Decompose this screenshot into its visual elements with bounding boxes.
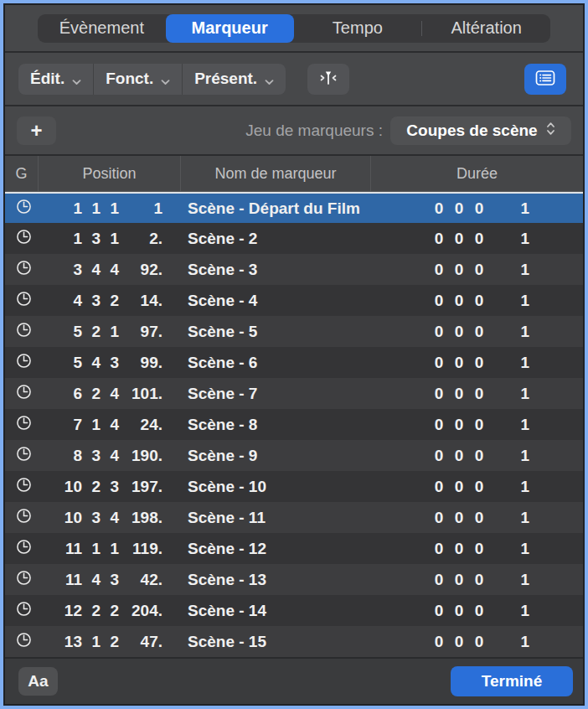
duration-bar: 0 bbox=[434, 571, 444, 589]
duration-tick: 1 bbox=[509, 447, 529, 465]
duration-cell[interactable]: 0 0 0 1 bbox=[434, 602, 583, 620]
marker-row[interactable]: 10 2 3 197. Scène - 10 0 0 0 1 bbox=[5, 471, 583, 502]
marker-name-cell[interactable]: Scène - 12 bbox=[162, 540, 434, 558]
marker-set-popup[interactable]: Coupes de scène bbox=[390, 116, 571, 145]
position-cell[interactable]: 6 2 4 101. bbox=[42, 385, 162, 403]
duration-beat: 0 bbox=[454, 447, 464, 465]
duration-cell[interactable]: 0 0 0 1 bbox=[434, 416, 583, 434]
duration-bar: 0 bbox=[434, 540, 444, 558]
marker-row[interactable]: 13 1 2 47. Scène - 15 0 0 0 1 bbox=[5, 626, 583, 657]
view-menu-button[interactable]: Présent. bbox=[183, 64, 286, 95]
position-bar: 8 bbox=[54, 447, 82, 465]
position-cell[interactable]: 7 1 4 24. bbox=[42, 416, 162, 434]
duration-division: 0 bbox=[474, 540, 484, 558]
position-cell[interactable]: 5 2 1 97. bbox=[42, 323, 162, 341]
marker-row[interactable]: 7 1 4 24. Scène - 8 0 0 0 1 bbox=[5, 409, 583, 440]
done-button[interactable]: Terminé bbox=[451, 666, 573, 696]
duration-bar: 0 bbox=[434, 354, 444, 372]
add-marker-button[interactable]: + bbox=[17, 116, 56, 145]
position-cell[interactable]: 11 4 3 42. bbox=[42, 571, 162, 589]
marker-name-cell[interactable]: Scène - Départ du Film bbox=[162, 199, 434, 218]
position-bar: 12 bbox=[54, 602, 82, 620]
position-division: 3 bbox=[101, 571, 119, 589]
marker-row[interactable]: 11 4 3 42. Scène - 13 0 0 0 1 bbox=[5, 564, 583, 595]
duration-cell[interactable]: 0 0 0 1 bbox=[434, 292, 583, 310]
duration-tick: 1 bbox=[509, 230, 529, 248]
marker-name-cell[interactable]: Scène - 6 bbox=[162, 354, 434, 372]
duration-cell[interactable]: 0 0 0 1 bbox=[434, 354, 583, 372]
marker-type-cell bbox=[5, 538, 42, 560]
duration-tick: 1 bbox=[509, 509, 529, 527]
marker-row[interactable]: 5 2 1 97. Scène - 5 0 0 0 1 bbox=[5, 316, 583, 347]
marker-type-cell bbox=[5, 507, 42, 529]
column-header-g[interactable]: G bbox=[5, 156, 39, 191]
marker-row[interactable]: 1 3 1 2. Scène - 2 0 0 0 1 bbox=[5, 223, 583, 254]
text-style-button[interactable]: Aa bbox=[18, 667, 58, 696]
marker-row[interactable]: 8 3 4 190. Scène - 9 0 0 0 1 bbox=[5, 440, 583, 471]
marker-name-cell[interactable]: Scène - 14 bbox=[162, 602, 434, 620]
marker-name-cell[interactable]: Scène - 9 bbox=[162, 447, 434, 465]
event-list-view-button[interactable] bbox=[524, 64, 566, 95]
marker-row[interactable]: 4 3 2 14. Scène - 4 0 0 0 1 bbox=[5, 285, 583, 316]
marker-name-cell[interactable]: Scène - 5 bbox=[162, 323, 434, 341]
duration-cell[interactable]: 0 0 0 1 bbox=[434, 509, 583, 527]
marker-row[interactable]: 3 4 4 92. Scène - 3 0 0 0 1 bbox=[5, 254, 583, 285]
position-cell[interactable]: 5 4 3 99. bbox=[42, 354, 162, 372]
marker-row[interactable]: 10 3 4 198. Scène - 11 0 0 0 1 bbox=[5, 502, 583, 533]
marker-row[interactable]: 12 2 2 204. Scène - 14 0 0 0 1 bbox=[5, 595, 583, 626]
marker-name-cell[interactable]: Scène - 3 bbox=[162, 261, 434, 279]
duration-tick: 1 bbox=[509, 261, 529, 279]
tab-marqueur[interactable]: Marqueur bbox=[166, 14, 294, 43]
position-cell[interactable]: 11 1 1 119. bbox=[42, 540, 162, 558]
functions-menu-button[interactable]: Fonct. bbox=[94, 64, 183, 95]
position-cell[interactable]: 3 4 4 92. bbox=[42, 261, 162, 279]
marker-name-cell[interactable]: Scène - 15 bbox=[162, 633, 434, 651]
duration-cell[interactable]: 0 0 0 1 bbox=[434, 478, 583, 496]
position-cell[interactable]: 10 3 4 198. bbox=[42, 509, 162, 527]
marker-name-cell[interactable]: Scène - 4 bbox=[162, 292, 434, 310]
catch-playhead-button[interactable] bbox=[307, 64, 349, 95]
duration-cell[interactable]: 0 0 0 1 bbox=[434, 199, 583, 218]
column-header-position[interactable]: Position bbox=[39, 156, 181, 191]
duration-cell[interactable]: 0 0 0 1 bbox=[434, 447, 583, 465]
position-tick: 198. bbox=[119, 509, 162, 527]
position-cell[interactable]: 13 1 2 47. bbox=[42, 633, 162, 651]
marker-name-cell[interactable]: Scène - 7 bbox=[162, 385, 434, 403]
marker-row[interactable]: 11 1 1 119. Scène - 12 0 0 0 1 bbox=[5, 533, 583, 564]
position-beat: 2 bbox=[82, 602, 101, 620]
position-cell[interactable]: 4 3 2 14. bbox=[42, 292, 162, 310]
marker-name-cell[interactable]: Scène - 11 bbox=[162, 509, 434, 527]
duration-beat: 0 bbox=[454, 230, 464, 248]
marker-name-cell[interactable]: Scène - 8 bbox=[162, 416, 434, 434]
duration-cell[interactable]: 0 0 0 1 bbox=[434, 323, 583, 341]
duration-cell[interactable]: 0 0 0 1 bbox=[434, 230, 583, 248]
column-header-duration[interactable]: Durée bbox=[371, 156, 583, 191]
marker-row[interactable]: 1 1 1 1 Scène - Départ du Film 0 0 0 1 bbox=[5, 192, 583, 223]
duration-beat: 0 bbox=[454, 385, 464, 403]
duration-cell[interactable]: 0 0 0 1 bbox=[434, 633, 583, 651]
position-division: 4 bbox=[101, 447, 119, 465]
tab-alteration[interactable]: Altération bbox=[422, 14, 550, 43]
column-header-name[interactable]: Nom de marqueur bbox=[181, 156, 371, 191]
duration-cell[interactable]: 0 0 0 1 bbox=[434, 261, 583, 279]
position-bar: 4 bbox=[54, 292, 82, 310]
position-cell[interactable]: 12 2 2 204. bbox=[42, 602, 162, 620]
table-header: G Position Nom de marqueur Durée bbox=[5, 156, 583, 192]
marker-row[interactable]: 6 2 4 101. Scène - 7 0 0 0 1 bbox=[5, 378, 583, 409]
duration-cell[interactable]: 0 0 0 1 bbox=[434, 385, 583, 403]
position-cell[interactable]: 1 3 1 2. bbox=[42, 230, 162, 248]
marker-name-cell[interactable]: Scène - 2 bbox=[162, 230, 434, 248]
tab-evenement[interactable]: Évènement bbox=[38, 14, 166, 43]
position-cell[interactable]: 8 3 4 190. bbox=[42, 447, 162, 465]
duration-cell[interactable]: 0 0 0 1 bbox=[434, 571, 583, 589]
position-cell[interactable]: 10 2 3 197. bbox=[42, 478, 162, 496]
duration-cell[interactable]: 0 0 0 1 bbox=[434, 540, 583, 558]
edit-menu-button[interactable]: Édit. bbox=[18, 64, 94, 95]
duration-tick: 1 bbox=[509, 354, 529, 372]
marker-name-cell[interactable]: Scène - 13 bbox=[162, 571, 434, 589]
marker-row[interactable]: 5 4 3 99. Scène - 6 0 0 0 1 bbox=[5, 347, 583, 378]
marker-name-cell[interactable]: Scène - 10 bbox=[162, 478, 434, 496]
tab-tempo[interactable]: Tempo bbox=[294, 14, 422, 43]
position-cell[interactable]: 1 1 1 1 bbox=[42, 199, 162, 218]
duration-division: 0 bbox=[474, 354, 484, 372]
